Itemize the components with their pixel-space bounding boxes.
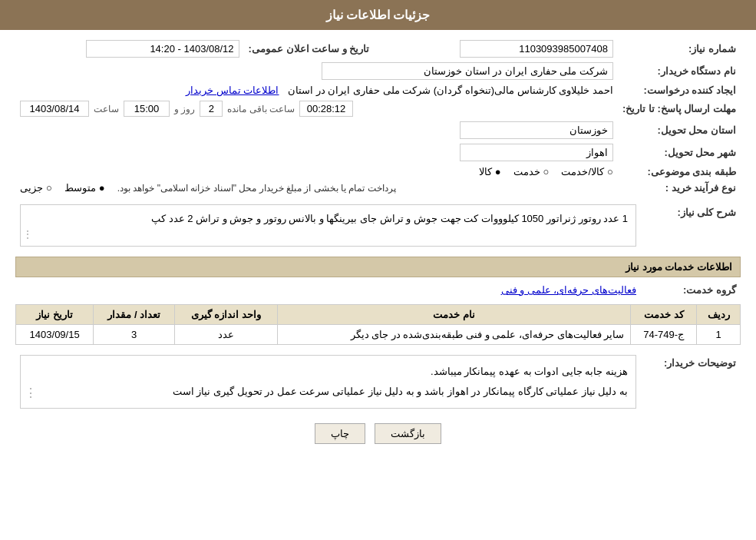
city-label: شهر محل تحویل: [618, 141, 741, 164]
creator-value: احمد خلیلاوی کارشناس مالی(تنخواه گردان) … [288, 84, 613, 96]
province-value: خوزستان [460, 121, 613, 139]
purchase-type-jozi[interactable]: ○ جزیی [20, 182, 52, 194]
announcement-label: تاریخ و ساعت اعلان عمومی: [244, 38, 375, 60]
service-group-value[interactable]: فعالیت‌های حرفه‌ای، علمی و فنی [501, 284, 636, 296]
creator-label: ایجاد کننده درخواست: [618, 82, 741, 98]
general-desc-label: شرح کلی نیاز: [641, 202, 741, 249]
category-option-khedmat[interactable]: ○ خدمت [513, 166, 550, 177]
table-header-row: ردیف [697, 305, 741, 325]
category-radio-khedmat: ○ [543, 166, 550, 177]
response-deadline-label: مهلت ارسال پاسخ: تا تاریخ: [618, 98, 741, 119]
deadline-time: 15:00 [124, 101, 170, 117]
purchase-radio-jozi: ○ [46, 182, 52, 194]
cell-name: سایر فعالیت‌های حرفه‌ای، علمی و فنی طبقه… [277, 325, 631, 345]
cell-qty: 3 [94, 325, 175, 345]
category-label: طبقه بندی موضوعی: [618, 164, 741, 180]
deadline-remaining: 00:28:12 [299, 101, 353, 117]
category-option-kala[interactable]: ● کالا [479, 166, 501, 177]
general-desc-box: 1 عدد روتور ژنراتور 1050 کیلوووات کت جهت… [20, 204, 636, 247]
purchase-type-label: نوع فرآیند خرید : [618, 180, 741, 196]
buyer-notes-line1: هزینه جابه جایی ادوات به عهده پیمانکار م… [28, 362, 628, 382]
table-header-unit: واحد اندازه گیری [175, 305, 277, 325]
purchase-type-radio-group: ● متوسط ○ جزیی [20, 182, 105, 194]
city-value: اهواز [460, 144, 613, 161]
category-radio-kala: ● [495, 166, 501, 177]
cell-row: 1 [697, 325, 741, 345]
need-number-value: 1103093985007408 [460, 40, 613, 58]
deadline-days-label: روز و [174, 104, 195, 114]
province-label: استان محل تحویل: [618, 119, 741, 141]
buyer-org-label: نام دستگاه خریدار: [618, 60, 741, 82]
print-button[interactable]: چاپ [315, 423, 365, 444]
category-radio-kala-khedmat: ○ [607, 166, 613, 177]
table-row: 1 ج-749-74 سایر فعالیت‌های حرفه‌ای، علمی… [16, 325, 741, 345]
back-button[interactable]: بازگشت [375, 423, 441, 444]
purchase-type-motavaset[interactable]: ● متوسط [64, 182, 105, 194]
purchase-type-note: پرداخت تمام یا بخشی از مبلغ خریدار محل "… [117, 183, 396, 194]
buttons-row: بازگشت چاپ [15, 423, 741, 444]
cell-date: 1403/09/15 [16, 325, 94, 345]
service-info-header: اطلاعات خدمات مورد نیاز [15, 257, 741, 277]
creator-contact-link[interactable]: اطلاعات تماس خریدار [186, 84, 279, 96]
deadline-date: 1403/08/14 [20, 101, 89, 117]
general-desc-value: 1 عدد روتور ژنراتور 1050 کیلوووات کت جهت… [151, 213, 628, 224]
page-title: جزئیات اطلاعات نیاز [0, 0, 756, 30]
category-option-kala-khedmat[interactable]: ○ کالا/خدمت [561, 166, 612, 177]
service-group-label: گروه خدمت: [641, 282, 741, 298]
deadline-time-label: ساعت [94, 104, 119, 114]
deadline-remaining-label: ساعت باقی مانده [227, 104, 295, 114]
purchase-radio-motavaset: ● [99, 182, 105, 194]
buyer-notes-line2: به دلیل نیاز عملیاتی کارگاه پیمانکار در … [28, 382, 628, 402]
services-table: ردیف کد خدمت نام خدمت واحد اندازه گیری ت… [15, 304, 741, 345]
table-header-name: نام خدمت [277, 305, 631, 325]
table-header-date: تاریخ نیاز [16, 305, 94, 325]
table-header-code: کد خدمت [631, 305, 697, 325]
need-number-label: شماره نیاز: [618, 38, 741, 60]
cell-unit: عدد [175, 325, 277, 345]
category-radio-group: ○ کالا/خدمت ○ خدمت ● کالا [479, 166, 613, 177]
buyer-org-value: شرکت ملی حفاری ایران در استان خوزستان [322, 62, 613, 80]
buyer-notes-box: هزینه جابه جایی ادوات به عهده پیمانکار م… [20, 355, 636, 409]
deadline-days: 2 [200, 101, 223, 117]
announcement-value: 1403/08/12 - 14:20 [86, 40, 239, 58]
cell-code: ج-749-74 [631, 325, 697, 345]
buyer-notes-label: توضیحات خریدار: [641, 353, 741, 411]
table-header-qty: تعداد / مقدار [94, 305, 175, 325]
